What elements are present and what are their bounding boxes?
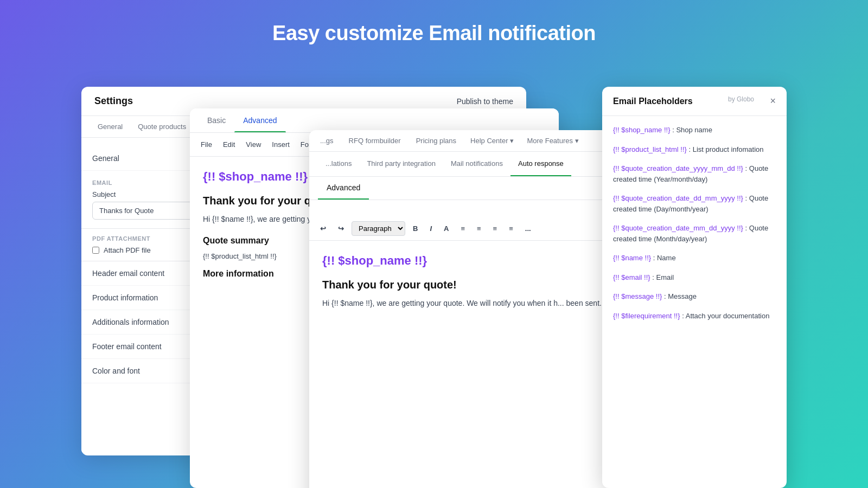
ph-code-3: {!! $quote_creation_date_dd_mm_yyyy !!} [613, 194, 743, 202]
ph-separator-3: : [745, 194, 749, 202]
ph-item-0: {!! $shop_name !!} : Shop name [613, 125, 776, 136]
ar-nav-more-label: More Features [527, 137, 573, 145]
ph-desc-8: Attach your documentation [686, 312, 770, 320]
ar-nav-settings[interactable]: ...gs [314, 130, 340, 151]
sidebar-general-label: General [92, 154, 119, 163]
ph-list: {!! $shop_name !!} : Shop name {!! $prod… [602, 116, 787, 485]
tab-basic[interactable]: Basic [199, 108, 234, 132]
ph-item-3: {!! $quote_creation_date_dd_mm_yyyy !!} … [613, 193, 776, 214]
ar-tab-advanced[interactable]: Advanced [318, 177, 369, 200]
ui-container: Settings Publish to theme General Quote … [81, 87, 787, 488]
ph-separator-1: : [688, 145, 692, 153]
ar-subnav-third-party[interactable]: Third party integration [359, 152, 443, 176]
ph-code-7: {!! $message !!} [613, 292, 662, 300]
ar-nav-pricing[interactable]: Pricing plans [410, 130, 463, 151]
ph-close-button[interactable]: × [770, 95, 776, 107]
ar-subnav-mail[interactable]: Mail notifications [443, 152, 510, 176]
ph-code-6: {!! $email !!} [613, 273, 650, 281]
tab-advanced[interactable]: Advanced [234, 108, 285, 132]
ar-bold-button[interactable]: B [409, 222, 422, 235]
ar-align-left-button[interactable]: ≡ [456, 222, 469, 235]
ph-item-6: {!! $email !!} : Email [613, 272, 776, 283]
ph-separator-5: : [653, 254, 657, 262]
page-title: Easy customize Email notification [0, 0, 868, 61]
ph-desc-6: Email [656, 273, 674, 281]
ar-more-button[interactable]: ... [521, 222, 535, 235]
ph-code-2: {!! $quote_creation_date_yyyy_mm_dd !!} [613, 164, 743, 172]
toolbar-edit[interactable]: Edit [219, 138, 239, 151]
ph-code-0: {!! $shop_name !!} [613, 126, 671, 134]
nav-quote-products[interactable]: Quote products [130, 116, 194, 137]
by-globo-label: by Globo [728, 95, 754, 103]
ar-shop-name-placeholder: {!! $shop_name !!} [322, 254, 427, 268]
sidebar-additionals-label: Additionals information [92, 318, 169, 326]
sidebar-footer-email-label: Footer email content [92, 342, 162, 351]
ph-desc-7: Message [668, 292, 697, 300]
ph-code-5: {!! $name !!} [613, 254, 651, 262]
ph-header: Email Placeholders by Globo × [602, 87, 787, 116]
editor-tabs: Basic Advanced [190, 108, 559, 133]
ar-nav-help-label: Help Center [470, 137, 508, 145]
settings-panel-title: Settings [94, 95, 133, 107]
ar-nav-rfq[interactable]: RFQ formbuilder [342, 130, 407, 151]
ar-align-right-button[interactable]: ≡ [489, 222, 502, 235]
ph-separator-2: : [745, 164, 749, 172]
publish-to-theme-button[interactable]: Publish to theme [457, 97, 513, 106]
attach-pdf-text: Attach PDF file [104, 246, 151, 254]
ph-title: Email Placeholders [613, 97, 693, 106]
ph-code-4: {!! $quote_creation_date_mm_dd_yyyy !!} [613, 224, 743, 232]
ph-item-2: {!! $quote_creation_date_yyyy_mm_dd !!} … [613, 163, 776, 184]
nav-general[interactable]: General [90, 116, 130, 137]
toolbar-insert[interactable]: Insert [267, 138, 294, 151]
ph-item-5: {!! $name !!} : Name [613, 253, 776, 264]
placeholders-panel: Email Placeholders by Globo × {!! $shop_… [602, 87, 787, 488]
ph-separator-4: : [745, 224, 749, 232]
ar-redo-button[interactable]: ↪ [334, 222, 348, 235]
ar-italic-button[interactable]: I [425, 222, 436, 235]
toolbar-file[interactable]: File [196, 138, 216, 151]
ph-separator-6: : [652, 273, 656, 281]
ph-item-4: {!! $quote_creation_date_mm_dd_yyyy !!} … [613, 223, 776, 244]
ph-desc-0: Shop name [676, 126, 712, 134]
ar-highlight-button[interactable]: A [439, 222, 453, 235]
toolbar-view[interactable]: View [241, 138, 265, 151]
ar-subnav-translations[interactable]: ...lations [318, 152, 359, 176]
ar-undo-button[interactable]: ↩ [316, 222, 330, 235]
ar-align-center-button[interactable]: ≡ [473, 222, 486, 235]
ph-desc-1: List product infomation [693, 145, 764, 153]
attach-pdf-checkbox[interactable] [92, 247, 99, 254]
ph-code-8: {!! $filerequirement !!} [613, 312, 680, 320]
ph-code-1: {!! $product_list_html !!} [613, 145, 687, 153]
ph-item-8: {!! $filerequirement !!} : Attach your d… [613, 311, 776, 322]
sidebar-color-font-label: Color and font [92, 367, 140, 375]
sidebar-header-email-label: Header email content [92, 269, 164, 278]
sidebar-product-info-label: Product information [92, 293, 158, 302]
chevron-down-icon: ▾ [510, 137, 514, 145]
ph-desc-5: Name [657, 254, 676, 262]
ar-nav-help[interactable]: Help Center ▾ [465, 131, 519, 150]
ar-subnav-auto-response[interactable]: Auto response [510, 152, 571, 176]
ph-item-1: {!! $product_list_html !!} : List produc… [613, 144, 776, 155]
ph-item-7: {!! $message !!} : Message [613, 291, 776, 302]
ar-paragraph-select[interactable]: Paragraph [352, 221, 405, 236]
ar-align-justify-button[interactable]: ≡ [505, 222, 518, 235]
chevron-down-icon: ▾ [575, 137, 579, 145]
ar-nav-more[interactable]: More Features ▾ [521, 131, 584, 150]
